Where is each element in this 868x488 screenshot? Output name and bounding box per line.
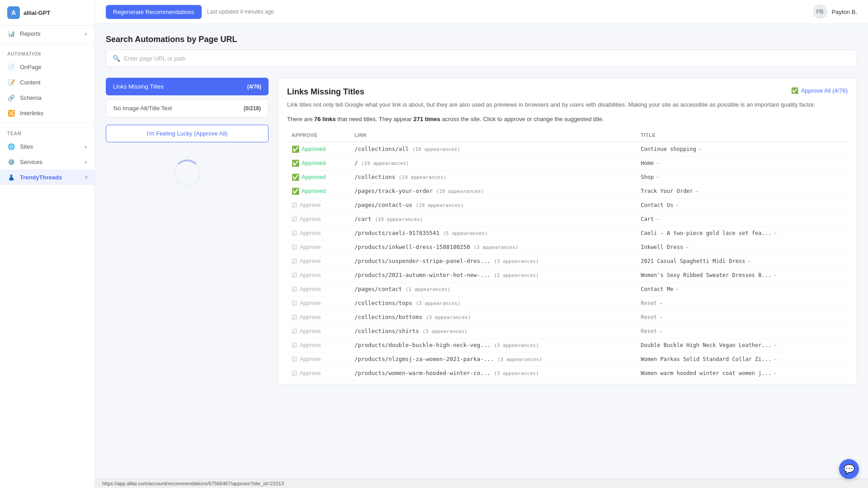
approve-btn-0[interactable]: ✅Approved <box>292 145 345 153</box>
link-cell: / (19 appearances) <box>350 156 636 170</box>
table-row: ☑Approve/products/suspender-stripe-panel… <box>287 254 848 268</box>
sidebar-item-interlinks[interactable]: 🔀 Interlinks <box>0 105 94 121</box>
approve-icon: ☑ <box>292 342 297 349</box>
approve-btn-14[interactable]: ☑Approve <box>292 342 345 349</box>
link-appearances: (3 appearances) <box>415 300 460 306</box>
approve-btn-10[interactable]: ☑Approve <box>292 286 345 293</box>
edit-icon[interactable]: ✏️ <box>696 188 699 194</box>
approve-btn-12[interactable]: ☑Approve <box>292 314 345 321</box>
edit-icon[interactable]: ✏️ <box>774 370 777 376</box>
approve-label: Approve <box>300 258 321 264</box>
regenerate-btn[interactable]: Regenerate Recommendations <box>106 5 202 19</box>
link-cell: /collections/shirts (3 appearances) <box>350 324 636 338</box>
services-chevron: ▸ <box>85 160 87 164</box>
sidebar-item-content[interactable]: 📝 Content <box>0 75 94 90</box>
approve-btn-5[interactable]: ☑Approve <box>292 216 345 223</box>
filter-no-image-alt[interactable]: No Image Alt/Title Text (0/218) <box>106 99 269 117</box>
approve-btn-15[interactable]: ☑Approve <box>292 356 345 363</box>
approve-btn-11[interactable]: ☑Approve <box>292 300 345 307</box>
edit-icon[interactable]: ✏️ <box>660 314 663 320</box>
title-text: Double Buckle High Neck Vegan Leather... <box>641 342 771 348</box>
approve-btn-4[interactable]: ☑Approve <box>292 202 345 209</box>
load-more: Load more <box>287 380 848 385</box>
sidebar-item-reports-label: Reports <box>20 30 41 37</box>
edit-icon[interactable]: ✏️ <box>699 146 702 152</box>
edit-icon[interactable]: ✏️ <box>774 356 777 362</box>
edit-icon[interactable]: ✏️ <box>656 216 660 222</box>
approve-btn-9[interactable]: ☑Approve <box>292 272 345 279</box>
link-path: /pages/contact <box>354 286 406 292</box>
approve-cell: ☑Approve <box>287 198 350 212</box>
table-row: ☑Approve/collections/tops (3 appearances… <box>287 296 848 310</box>
approve-icon: ☑ <box>292 286 297 293</box>
edit-icon[interactable]: ✏️ <box>748 258 751 264</box>
edit-icon[interactable]: ✏️ <box>774 342 777 348</box>
filter-links-missing-titles[interactable]: Links Missing Titles (4/76) <box>106 78 269 95</box>
title-content: Shop ✏️ <box>641 174 843 180</box>
table-row: ☑Approve/products/women-warm-hooded-wint… <box>287 366 848 380</box>
title-cell: Double Buckle High Neck Vegan Leather...… <box>636 338 848 352</box>
edit-icon[interactable]: ✏️ <box>660 300 663 306</box>
title-cell: Shop ✏️ <box>636 170 848 184</box>
approve-label: Approve <box>300 300 321 306</box>
title-content: Reset ✏️ <box>641 300 843 306</box>
title-text: Contact Us <box>641 202 673 208</box>
link-appearances: (19 appearances) <box>361 160 409 166</box>
sidebar-item-sites[interactable]: 🌐 Sites ▸ <box>0 139 94 154</box>
approve-icon: ✅ <box>292 174 299 181</box>
approve-cell: ☑Approve <box>287 226 350 240</box>
edit-icon[interactable]: ✏️ <box>676 286 679 292</box>
edit-icon[interactable]: ✏️ <box>656 174 660 180</box>
link-appearances: (5 appearances) <box>443 230 488 236</box>
table-row: ☑Approve/products/2021-autumn-winter-hot… <box>287 268 848 282</box>
approve-label: Approve <box>300 202 321 208</box>
approve-label: Approved <box>302 188 326 194</box>
approve-btn-13[interactable]: ☑Approve <box>292 328 345 335</box>
spinner-area <box>106 155 269 191</box>
table-row: ☑Approve/products/double-buckle-high-nec… <box>287 338 848 352</box>
bottom-bar: https://app.alliai.com/account/recommend… <box>95 479 868 488</box>
approve-label: Approve <box>300 230 321 236</box>
table-row: ✅Approved/collections (19 appearances)Sh… <box>287 170 848 184</box>
feeling-lucky-button[interactable]: I'm Feeling Lucky (Approve All) <box>106 125 269 142</box>
approve-btn-7[interactable]: ☑Approve <box>292 244 345 251</box>
sidebar-item-trendythreads[interactable]: 👗 TrendyThreads ▾ <box>0 169 94 185</box>
link-path: /collections/tops <box>354 300 415 306</box>
divider-automation <box>0 43 94 43</box>
sidebar-item-services[interactable]: ⚙️ Services ▸ <box>0 154 94 169</box>
edit-icon[interactable]: ✏️ <box>660 328 663 334</box>
link-path: /collections/bottoms <box>354 314 426 320</box>
link-path: /pages/track-your-order <box>354 188 436 194</box>
link-appearances: (3 appearances) <box>494 343 538 348</box>
left-panel: Links Missing Titles (4/76) No Image Alt… <box>106 78 269 385</box>
table-row: ☑Approve/collections/bottoms (3 appearan… <box>287 310 848 324</box>
approve-cell: ✅Approved <box>287 170 350 184</box>
sidebar-item-onpage[interactable]: 📄 OnPage <box>0 59 94 75</box>
title-text: Caeli - A two-piece gold lace set fea... <box>641 230 771 236</box>
approve-btn-1[interactable]: ✅Approved <box>292 160 345 167</box>
edit-icon[interactable]: ✏️ <box>774 230 777 236</box>
approve-btn-6[interactable]: ☑Approve <box>292 230 345 237</box>
edit-icon[interactable]: ✏️ <box>676 202 679 208</box>
approve-btn-16[interactable]: ☑Approve <box>292 370 345 377</box>
edit-icon[interactable]: ✏️ <box>656 160 660 166</box>
link-cell: /collections/all (19 appearances) <box>350 142 636 156</box>
edit-icon[interactable]: ✏️ <box>686 244 689 250</box>
edit-icon[interactable]: ✏️ <box>774 272 777 278</box>
search-input[interactable] <box>124 55 850 62</box>
approve-btn-3[interactable]: ✅Approved <box>292 188 345 195</box>
divider-team <box>0 122 94 123</box>
link-appearances: (19 appearances) <box>375 216 423 222</box>
table-row: ✅Approved/collections/all (19 appearance… <box>287 142 848 156</box>
approve-btn-8[interactable]: ☑Approve <box>292 258 345 265</box>
approve-all-button[interactable]: ✅ Approve All (4/76) <box>791 87 848 94</box>
sidebar-item-trendythreads-label: TrendyThreads <box>20 174 62 181</box>
title-content: Women warm hooded winter coat women j...… <box>641 370 843 376</box>
main-content: Regenerate Recommendations Last updated … <box>95 0 868 488</box>
chat-button[interactable]: 💬 <box>839 459 859 479</box>
sidebar-item-schema[interactable]: 🔗 Schema <box>0 90 94 105</box>
approve-btn-2[interactable]: ✅Approved <box>292 174 345 181</box>
title-cell: Women's Sexy Ribbed Sweater Dresses B...… <box>636 268 848 282</box>
sidebar-item-reports[interactable]: 📊 Reports ▸ <box>0 26 94 41</box>
link-cell: /products/women-warm-hooded-winter-co...… <box>350 366 636 380</box>
